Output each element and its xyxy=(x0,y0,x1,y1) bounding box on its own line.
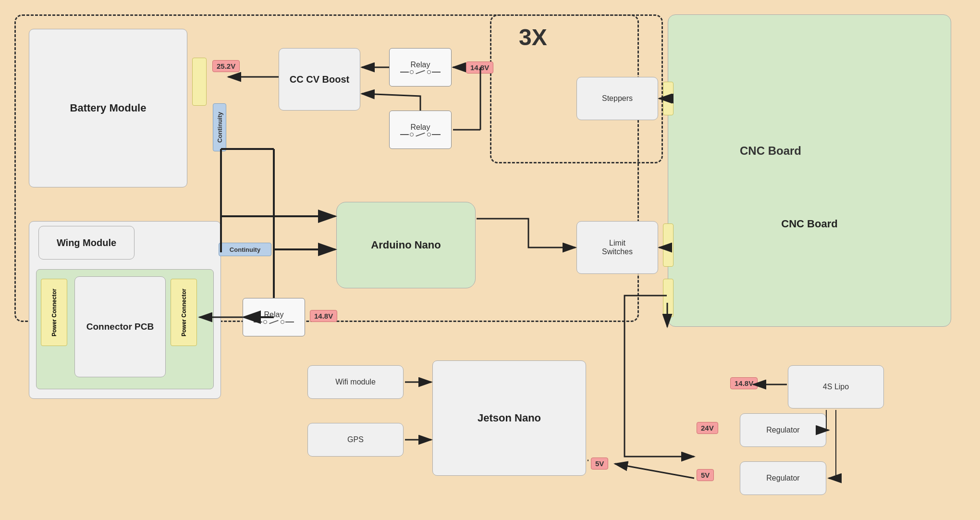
wifi-module-label: Wifi module xyxy=(335,378,376,386)
regulator-5v-box: Regulator xyxy=(740,461,826,495)
connector-pcb-label: Connector PCB xyxy=(86,322,154,332)
relay2-symbol xyxy=(400,133,441,136)
regulator-24v-label: Regulator xyxy=(766,426,799,434)
badge-14v-relay3: 14.8V xyxy=(310,310,337,322)
badge-5v-reg: 5V xyxy=(697,469,714,481)
steppers-box: Steppers xyxy=(576,77,658,120)
four-s-lipo-label: 4S Lipo xyxy=(823,383,849,391)
steppers-yellow-strip xyxy=(663,82,674,115)
relay3-label: Relay xyxy=(264,310,284,319)
pc1-label: Power Connector xyxy=(51,288,58,336)
cc-cv-boost-box: CC CV Boost xyxy=(279,48,360,111)
limit-switches-label: Limit Switches xyxy=(602,239,633,256)
badge-14v-lipo: 14.8V xyxy=(730,377,758,389)
wifi-module-box: Wifi module xyxy=(307,365,404,399)
continuity-badge2: Continuity xyxy=(219,243,271,256)
multiplier-label: 3X xyxy=(519,24,547,50)
limit-switches-box: Limit Switches xyxy=(576,221,658,274)
svg-line-18 xyxy=(615,464,694,478)
four-s-lipo-box: 4S Lipo xyxy=(788,365,884,409)
relay1-symbol xyxy=(400,70,441,74)
connector-pcb-box: Connector PCB xyxy=(74,276,166,377)
jetson-nano-box: Jetson Nano xyxy=(432,360,586,476)
relay1-box: Relay xyxy=(389,48,452,87)
wing-module-label-box: Wing Module xyxy=(38,226,135,260)
steppers-label: Steppers xyxy=(602,94,633,103)
power-connector2: Power Connector xyxy=(171,279,197,346)
badge-14v-relay1: 14.8V xyxy=(466,62,493,74)
battery-yellow-strip xyxy=(192,58,207,106)
arduino-nano-label: Arduino Nano xyxy=(371,239,441,251)
cnc-yellow-strip-bottom xyxy=(663,279,674,317)
cnc-board-container: CNC Board xyxy=(668,14,951,327)
regulator-24v-box: Regulator xyxy=(740,413,826,447)
arduino-nano-box: Arduino Nano xyxy=(336,202,476,288)
relay3-symbol xyxy=(254,320,294,324)
power-connector1: Power Connector xyxy=(41,279,67,346)
wing-module-label: Wing Module xyxy=(57,237,116,248)
cc-cv-boost-label: CC CV Boost xyxy=(290,74,349,85)
pc2-label: Power Connector xyxy=(181,288,187,336)
continuity2-label: Continuity xyxy=(230,246,260,253)
battery-module-label: Battery Module xyxy=(70,102,147,114)
jetson-nano-label: Jetson Nano xyxy=(478,412,541,424)
cnc-board-text: CNC Board xyxy=(740,144,801,158)
continuity1-label: Continuity xyxy=(216,112,223,143)
badge-5v: 5V xyxy=(591,458,608,470)
cnc-board-label: CNC Board xyxy=(781,218,837,230)
gps-box: GPS xyxy=(307,423,404,457)
badge-25v: 25.2V xyxy=(212,60,240,72)
badge-24v: 24V xyxy=(697,422,718,434)
continuity-badge1: Continuity xyxy=(213,103,226,151)
gps-label: GPS xyxy=(347,435,364,444)
battery-module-box: Battery Module xyxy=(29,29,187,187)
relay2-label: Relay xyxy=(411,123,430,132)
relay2-box: Relay xyxy=(389,111,452,149)
relay3-box: Relay xyxy=(243,298,305,336)
relay1-label: Relay xyxy=(411,61,430,69)
regulator-5v-label: Regulator xyxy=(766,474,799,483)
limit-switches-yellow-strip xyxy=(663,223,674,267)
